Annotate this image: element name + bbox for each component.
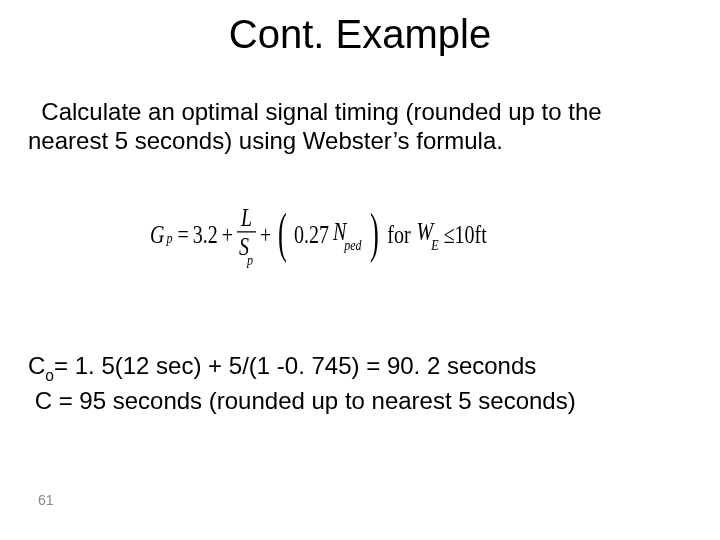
denominator-sp: Sp [237,231,256,264]
term-3-2: 3.2 [193,220,218,249]
slide: Cont. Example Calculate an optimal signa… [0,0,720,540]
result-1-text: = 1. 5(12 sec) + 5/(1 -0. 745) = 90. 2 s… [54,352,536,379]
right-paren: ) [370,211,379,255]
sub-p: p [166,229,172,248]
coef-027: 0.27 [294,220,329,249]
var-g: G [150,220,164,249]
var-n: Nped [333,218,363,252]
var-co-o: o [45,367,54,384]
result-block: Co= 1. 5(12 sec) + 5/(1 -0. 745) = 90. 2… [28,350,690,416]
plus-2: + [260,220,271,249]
slide-title: Cont. Example [0,12,720,57]
page-number: 61 [38,492,54,508]
plus-1: + [222,220,233,249]
for-text: for [387,220,410,249]
condition: ≤10ft [444,220,487,249]
result-line-1: Co= 1. 5(12 sec) + 5/(1 -0. 745) = 90. 2… [28,350,690,385]
equals: = [177,220,188,249]
var-co-c: C [28,352,45,379]
fraction-l-over-sp: L Sp [237,205,256,264]
webster-formula: Gp = 3.2 + L Sp + ( 0.27 Nped ) for WE ≤… [150,205,487,264]
var-w: WE [417,218,440,252]
sub-e: E [431,236,438,254]
left-paren: ( [278,211,287,255]
sub-ped: ped [344,236,361,254]
sub-p2: p [247,251,253,269]
numerator-l: L [239,205,254,231]
result-line-2: C = 95 seconds (rounded up to nearest 5 … [28,385,690,416]
problem-statement: Calculate an optimal signal timing (roun… [28,98,680,156]
